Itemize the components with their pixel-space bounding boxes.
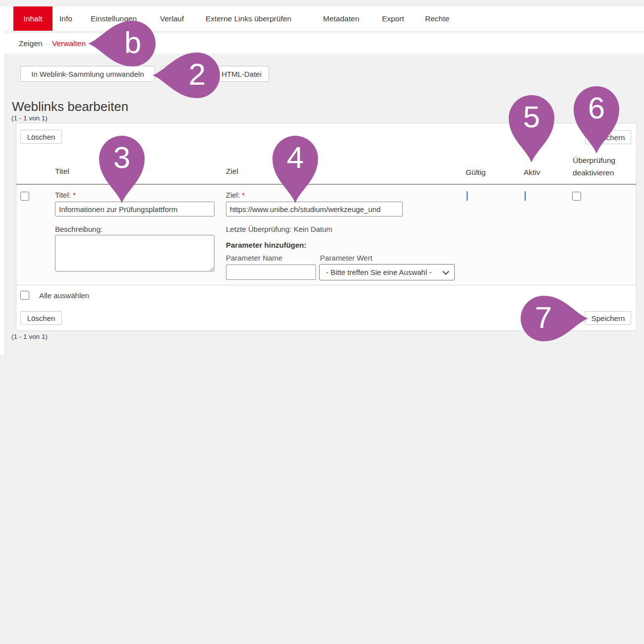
ziel-input[interactable] — [226, 202, 403, 216]
parameter-add-title: Parameter hinzufügen: — [226, 241, 307, 249]
row-select-checkbox[interactable] — [20, 192, 29, 201]
subtab-verwalten[interactable]: Verwalten — [52, 33, 86, 54]
titel-input[interactable] — [55, 202, 215, 216]
tab-externe-links-ueberpruefen[interactable]: Externe Links überprüfen — [206, 6, 291, 31]
convert-to-weblink-collection-button[interactable]: In Weblink-Sammlung umwandeln — [20, 66, 155, 82]
column-header-gueltig: Gültig — [466, 168, 486, 177]
ueberpruefung-deaktivieren-checkbox[interactable] — [572, 192, 581, 201]
chevron-down-icon — [442, 268, 449, 276]
table-row: Titel: * Beschreibung: Ziel: * Letzte Üb… — [16, 185, 636, 285]
column-header-titel: Titel — [55, 167, 69, 176]
delete-button-top[interactable]: Löschen — [20, 130, 62, 144]
tab-einstellungen[interactable]: Einstellungen — [91, 6, 137, 31]
column-header-ueberpruefung-deaktivieren: Überprüfung deaktivieren — [573, 154, 615, 179]
weblinks-table-panel: Löschen Speichern Titel Ziel Gültig Akti… — [16, 123, 637, 331]
save-button-bottom[interactable]: Speichern — [585, 311, 631, 325]
save-button-top[interactable]: Speichern — [585, 130, 631, 144]
parameter-wert-select[interactable]: - Bitte treffen Sie eine Auswahl - — [319, 264, 455, 280]
titel-field-label: Titel: * — [55, 191, 76, 199]
tab-metadaten[interactable]: Metadaten — [323, 6, 359, 31]
required-marker: * — [242, 191, 245, 199]
parameter-wert-label: Parameter Wert — [320, 254, 373, 262]
page-title: Weblinks bearbeiten — [12, 99, 128, 114]
main-tab-bar: Inhalt Info Einstellungen Verlauf Extern… — [4, 6, 644, 31]
sub-tab-bar: Zeigen Verwalten — [4, 33, 644, 54]
tab-export[interactable]: Export — [382, 6, 404, 31]
select-all-checkbox[interactable] — [20, 291, 29, 300]
left-gutter — [0, 6, 5, 355]
tab-inhalt[interactable]: Inhalt — [13, 6, 53, 31]
ziel-field-label: Ziel: * — [226, 191, 245, 199]
tab-inhalt-label: Inhalt — [24, 14, 43, 23]
gueltig-checkbox[interactable] — [467, 191, 468, 201]
tab-info[interactable]: Info — [59, 6, 72, 31]
callout-pin-6-label: 6 — [588, 93, 605, 123]
result-count-bottom: (1 - 1 von 1) — [11, 333, 48, 340]
column-header-aktiv: Aktiv — [524, 168, 540, 177]
aktiv-checkbox[interactable] — [525, 191, 526, 201]
tab-verlauf[interactable]: Verlauf — [160, 6, 184, 31]
parameter-name-label: Parameter Name — [226, 254, 282, 262]
last-check-status: Letzte Überprüfung: Kein Datum — [226, 225, 332, 233]
delete-button-bottom[interactable]: Löschen — [20, 311, 62, 325]
beschreibung-textarea[interactable] — [55, 235, 215, 271]
column-header-ziel: Ziel — [226, 167, 238, 176]
required-marker: * — [73, 191, 76, 199]
subtab-zeigen[interactable]: Zeigen — [19, 33, 42, 54]
beschreibung-label: Beschreibung: — [55, 225, 103, 233]
select-all-label: Alle auswählen — [39, 291, 89, 300]
result-count-top: (1 - 1 von 1) — [11, 114, 48, 122]
parameter-name-input[interactable] — [226, 265, 316, 280]
tab-rechte[interactable]: Rechte — [425, 6, 449, 31]
download-html-button[interactable]: s HTML-Datei — [161, 66, 269, 82]
